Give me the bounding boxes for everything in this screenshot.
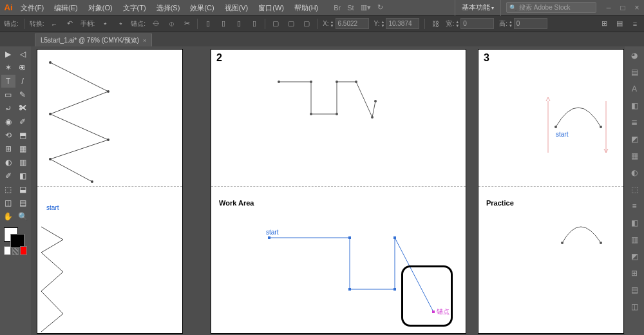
tool-pencil[interactable]: ✐ <box>16 115 30 128</box>
tool-hand[interactable]: ✋ <box>1 210 15 223</box>
x-field[interactable]: X: ▲▼ 6.5022 <box>323 18 368 29</box>
h-field[interactable]: 高: ▲▼ 0 <box>499 18 547 29</box>
y-value[interactable]: 10.3874 <box>386 18 419 29</box>
y-field[interactable]: Y: ▲▼ 10.3874 <box>374 18 420 29</box>
panel-graphic-styles[interactable]: ⬚ <box>628 183 641 196</box>
remove-anchor-icon[interactable]: ⦵ <box>151 19 161 29</box>
w-field[interactable]: 宽: ▲▼ 0 <box>446 18 494 29</box>
tool-scissors[interactable]: ✀ <box>16 102 30 115</box>
add-anchor-icon[interactable]: ⦶ <box>166 19 176 29</box>
panel-libraries[interactable]: ◩ <box>628 250 641 263</box>
menu-effect[interactable]: 效果(C) <box>186 0 218 15</box>
tool-line[interactable]: / <box>16 75 30 88</box>
h-label: 高: <box>499 19 507 28</box>
panel-layers[interactable]: ≡ <box>628 200 641 213</box>
panel-transparency[interactable]: ▦ <box>628 149 641 162</box>
workspace-switcher[interactable]: 基本功能 <box>455 0 501 16</box>
panel-swatches[interactable]: ▤ <box>628 66 641 79</box>
annotation-callout <box>401 265 453 327</box>
stock-icon[interactable]: St <box>347 4 354 12</box>
fill-stroke-swatch[interactable] <box>1 226 30 245</box>
menu-type[interactable]: 文字(T) <box>119 0 150 15</box>
valign-3-icon[interactable]: ▢ <box>301 19 312 29</box>
menu-object[interactable]: 对象(O) <box>84 0 117 15</box>
sync-icon[interactable]: ↻ <box>377 3 383 12</box>
tool-graph[interactable]: ⬚ <box>1 183 15 196</box>
h-value[interactable]: 0 <box>514 18 547 29</box>
tool-rotate[interactable]: ⤾ <box>1 102 15 115</box>
window-minimize[interactable]: – <box>601 3 616 12</box>
convert-smooth-icon[interactable]: ↶ <box>65 19 75 29</box>
document-tab-close[interactable]: × <box>143 37 146 44</box>
tool-magic-wand[interactable]: ✶ <box>1 61 15 74</box>
tool-free-transform[interactable]: ⟲ <box>1 129 15 142</box>
tool-brush[interactable]: ✎ <box>16 88 30 101</box>
x-value[interactable]: 6.5022 <box>336 18 369 29</box>
align-3-icon[interactable]: ▯ <box>234 19 244 29</box>
menu-file[interactable]: 文件(F) <box>17 0 48 15</box>
convert-label: 转换: <box>30 19 44 28</box>
valign-2-icon[interactable]: ▢ <box>286 19 296 29</box>
menu-edit[interactable]: 编辑(E) <box>50 0 82 15</box>
canvas[interactable]: start 2 Work Area start <box>31 46 625 335</box>
tool-eyedropper[interactable]: ▥ <box>16 156 30 169</box>
tool-zoom[interactable]: 🔍 <box>16 210 30 223</box>
svg-rect-18 <box>393 236 396 239</box>
anchor-label: 锚点: <box>4 19 19 28</box>
align-2-icon[interactable]: ▯ <box>218 19 229 29</box>
panel-align[interactable]: ⊞ <box>628 267 641 280</box>
tool-blend[interactable]: ✐ <box>1 169 15 182</box>
document-tabbar: L5start_1.ai* @ 76% (CMYK/预览) × <box>0 32 644 46</box>
document-tab[interactable]: L5start_1.ai* @ 76% (CMYK/预览) × <box>35 34 152 46</box>
prefs-icon[interactable]: ≡ <box>630 19 640 29</box>
align-4-icon[interactable]: ▯ <box>249 19 260 29</box>
tool-lasso[interactable]: ֎ <box>16 61 30 74</box>
panel-appearance[interactable]: ◐ <box>628 166 641 179</box>
menu-window[interactable]: 窗口(W) <box>254 0 288 15</box>
align-1-icon[interactable]: ▯ <box>203 19 213 29</box>
window-maximize[interactable]: □ <box>616 3 630 12</box>
window-close[interactable]: × <box>630 3 644 12</box>
tool-mesh[interactable]: ▦ <box>16 142 30 155</box>
tool-perspective[interactable]: ⊞ <box>1 142 15 155</box>
cut-path-icon[interactable]: ✂ <box>182 19 192 29</box>
tool-gradient[interactable]: ◐ <box>1 156 15 169</box>
menu-select[interactable]: 选择(S) <box>153 0 184 15</box>
panel-gradient[interactable]: ◩ <box>628 133 641 146</box>
tool-direct-select[interactable]: ◁ <box>16 48 30 61</box>
panel-pathfinder[interactable]: ◫ <box>628 300 641 313</box>
menu-view[interactable]: 视图(V) <box>221 0 252 15</box>
tool-symbol-spray[interactable]: ◧ <box>16 169 30 182</box>
tool-print-tiling[interactable]: ▤ <box>16 196 30 209</box>
panel-paragraph[interactable]: ≣ <box>628 116 641 129</box>
align-pixel-icon[interactable]: ⊞ <box>599 19 609 29</box>
tool-slice[interactable]: ◫ <box>1 196 15 209</box>
bridge-icon[interactable]: Br <box>334 4 341 12</box>
svg-point-11 <box>355 81 357 83</box>
panel-color[interactable]: ◕ <box>628 49 641 62</box>
panel-artboards[interactable]: ▥ <box>628 233 641 246</box>
panel-stroke[interactable]: ◧ <box>628 99 641 112</box>
ab1-path-bottom <box>37 50 182 333</box>
search-input[interactable]: 搜索 Adobe Stock <box>506 2 596 13</box>
tool-selection[interactable]: ▶ <box>1 48 15 61</box>
panel-asset[interactable]: ◧ <box>628 216 641 229</box>
tool-shape-builder[interactable]: ◉ <box>1 115 15 128</box>
convert-corner-icon[interactable]: ⌐ <box>50 19 60 29</box>
svg-point-10 <box>336 81 338 83</box>
panel-transform[interactable]: ▤ <box>628 283 641 296</box>
w-value[interactable]: 0 <box>460 18 494 29</box>
menu-help[interactable]: 帮助(H) <box>290 0 322 15</box>
doc-setup-icon[interactable]: ▤ <box>614 19 625 29</box>
handle-hide-icon[interactable]: ⭒ <box>115 19 126 29</box>
panel-character[interactable]: A <box>628 82 641 95</box>
link-icon[interactable]: ⛓ <box>430 19 440 29</box>
tool-rectangle[interactable]: ▭ <box>1 88 15 101</box>
tool-pen[interactable]: T <box>1 75 15 88</box>
tool-artboard[interactable]: ⬓ <box>16 183 30 196</box>
arrange-icon[interactable]: ▥▾ <box>361 3 371 12</box>
handle-show-icon[interactable]: ⭑ <box>100 19 110 29</box>
artboard-1: start <box>37 50 182 333</box>
tool-eraser[interactable]: ⬒ <box>16 129 30 142</box>
valign-1-icon[interactable]: ▢ <box>270 19 281 29</box>
